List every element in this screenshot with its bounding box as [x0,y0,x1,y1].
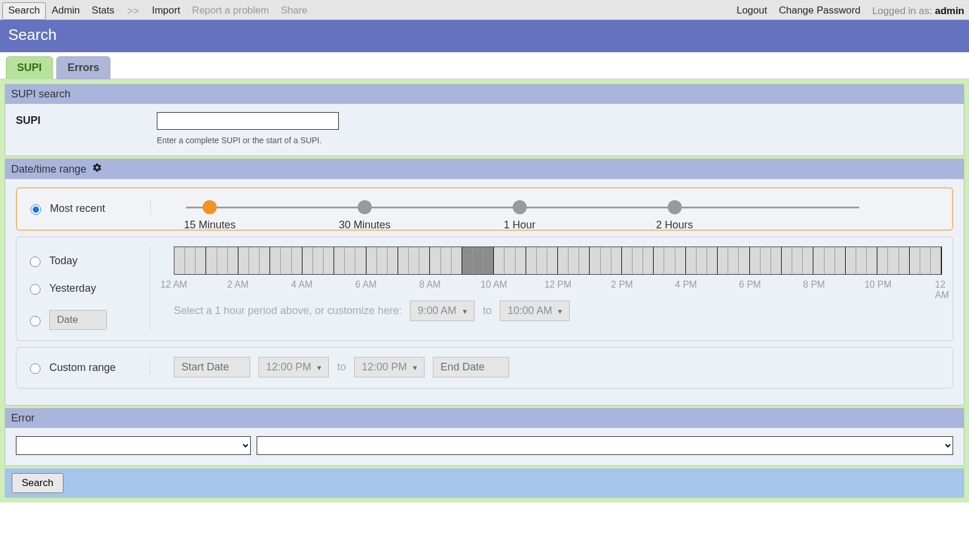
timeline-cell[interactable] [686,247,697,274]
nav-import[interactable]: Import [146,2,186,20]
timeline-cell[interactable] [504,247,515,274]
timeline-cell[interactable] [537,247,547,274]
timeline-cell[interactable] [185,247,196,274]
timeline-cell[interactable] [899,247,910,274]
slider-stop-1h[interactable] [513,200,527,214]
timeline-cell[interactable] [462,247,473,274]
timeline-cell[interactable] [888,247,899,274]
timeline-cell[interactable] [345,247,355,274]
timeline-cell[interactable] [516,247,526,274]
timeline-cell[interactable] [324,247,334,274]
custom-start-date[interactable]: Start Date [174,357,250,377]
timeline-cell[interactable] [654,247,664,274]
search-button[interactable]: Search [12,473,63,493]
timeline-cell[interactable] [835,247,846,274]
timeline-cell[interactable] [697,247,707,274]
timeline-cell[interactable] [601,247,611,274]
radio-yesterday[interactable]: Yesterday [27,282,150,295]
supi-input[interactable] [157,112,339,130]
timeline-cell[interactable] [568,247,579,274]
timeline-cell[interactable] [771,247,782,274]
radio-today[interactable]: Today [27,255,150,267]
timeline-cell[interactable] [452,247,462,274]
error-select-b[interactable] [257,436,953,455]
radio-most-recent[interactable]: Most recent [28,203,150,215]
hour-timeline[interactable] [174,247,942,275]
timeline-cell[interactable] [707,247,718,274]
logout-link[interactable]: Logout [731,2,773,20]
change-password-link[interactable]: Change Password [773,2,866,20]
slider-stop-2h[interactable] [668,200,682,214]
timeline-cell[interactable] [750,247,761,274]
nav-search[interactable]: Search [2,2,46,20]
slider-stop-15m[interactable] [203,200,217,214]
timeline-cell[interactable] [281,247,291,274]
timeline-cell[interactable] [728,247,739,274]
timeline-cell[interactable] [920,247,931,274]
timeline-cell[interactable] [761,247,771,274]
timeline-cell[interactable] [558,247,568,274]
timeline-cell[interactable] [611,247,622,274]
custom-start-time[interactable]: 12:00 PM ▾ [258,357,329,377]
timeline-cell[interactable] [643,247,654,274]
radio-yesterday-input[interactable] [30,284,41,295]
timeline-cell[interactable] [675,247,686,274]
timeline-cell[interactable] [302,247,313,274]
timeline-cell[interactable] [547,247,558,274]
tab-supi[interactable]: SUPI [6,56,53,79]
timeline-cell[interactable] [910,247,920,274]
timeline-cell[interactable] [206,247,217,274]
timeline-cell[interactable] [419,247,430,274]
timeline-cell[interactable] [494,247,504,274]
period-from-select[interactable]: 9:00 AM ▾ [410,301,475,321]
timeline-cell[interactable] [825,247,835,274]
timeline-cell[interactable] [739,247,749,274]
radio-custom-range[interactable]: Custom range [27,362,150,374]
timeline-cell[interactable] [803,247,813,274]
timeline-cell[interactable] [292,247,302,274]
gear-icon[interactable] [92,163,102,176]
radio-today-input[interactable] [30,257,41,267]
timeline-cell[interactable] [196,247,206,274]
radio-specific-date-input[interactable] [30,316,41,326]
timeline-cell[interactable] [388,247,398,274]
error-select-a[interactable] [16,436,251,455]
timeline-cell[interactable] [718,247,728,274]
timeline-cell[interactable] [249,247,260,274]
timeline-cell[interactable] [622,247,632,274]
timeline-cell[interactable] [366,247,377,274]
timeline-cell[interactable] [856,247,867,274]
timeline-cell[interactable] [430,247,440,274]
timeline-cell[interactable] [579,247,590,274]
timeline-cell[interactable] [238,247,249,274]
tab-errors[interactable]: Errors [56,56,110,79]
timeline-cell[interactable] [877,247,888,274]
radio-most-recent-input[interactable] [31,204,41,215]
timeline-cell[interactable] [409,247,419,274]
timeline-cell[interactable] [473,247,483,274]
timeline-cell[interactable] [174,247,185,274]
timeline-cell[interactable] [590,247,600,274]
period-to-select[interactable]: 10:00 AM ▾ [500,301,570,321]
timeline-cell[interactable] [313,247,324,274]
custom-end-time[interactable]: 12:00 PM ▾ [354,357,425,377]
slider-stop-30m[interactable] [358,200,372,214]
timeline-cell[interactable] [260,247,270,274]
timeline-cell[interactable] [217,247,228,274]
timeline-cell[interactable] [398,247,409,274]
timeline-cell[interactable] [792,247,803,274]
timeline-cell[interactable] [846,247,856,274]
nav-stats[interactable]: Stats [86,2,120,20]
timeline-cell[interactable] [377,247,388,274]
nav-share[interactable]: Share [275,2,313,20]
timeline-cell[interactable] [867,247,877,274]
nav-report-problem[interactable]: Report a problem [186,2,275,20]
timeline-cell[interactable] [813,247,824,274]
nav-admin[interactable]: Admin [46,2,86,20]
timeline-cell[interactable] [228,247,238,274]
timeline-cell[interactable] [526,247,537,274]
timeline-cell[interactable] [483,247,494,274]
timeline-cell[interactable] [334,247,345,274]
timeline-cell[interactable] [270,247,281,274]
radio-custom-range-input[interactable] [30,363,41,374]
